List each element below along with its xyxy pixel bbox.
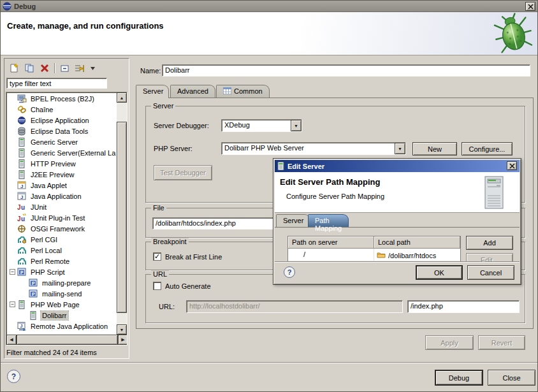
ok-button[interactable]: OK xyxy=(416,265,463,280)
debug-button[interactable]: Debug xyxy=(435,370,483,386)
dialog-tab-server[interactable]: Server xyxy=(276,214,310,227)
delete-configuration-button[interactable] xyxy=(39,62,50,74)
config-tree: BPEL Process (B2J)ChaîneEclipse Applicat… xyxy=(6,93,117,331)
chevron-down-icon[interactable]: ▼ xyxy=(291,120,302,131)
horizontal-scroll-thumb[interactable] xyxy=(17,335,118,345)
tab-advanced[interactable]: Advanced xyxy=(170,85,215,98)
tree-item-java-application[interactable]: JJava Application xyxy=(6,191,117,201)
tree-item-eclipse-data-tools[interactable]: Eclipse Data Tools xyxy=(6,126,117,136)
tree-item-eclipse-application[interactable]: Eclipse Application xyxy=(6,115,117,126)
php-server-select[interactable]: Dolibarr PHP Web Server ▼ xyxy=(221,142,406,155)
tree-item-remote-java-application[interactable]: JRemote Java Application xyxy=(6,321,117,331)
server-icon xyxy=(277,162,284,170)
edit-server-titlebar[interactable]: Edit Server xyxy=(275,160,520,172)
tree-vertical-scrollbar[interactable]: ▲ ▼ xyxy=(117,92,127,335)
scroll-right-icon[interactable]: ▶ xyxy=(118,335,127,345)
filter-input[interactable]: type filter text xyxy=(6,78,107,89)
vertical-scroll-thumb[interactable] xyxy=(117,122,127,313)
auto-generate-checkbox[interactable] xyxy=(153,282,161,290)
tree-item-label: HTTP Preview xyxy=(29,159,77,168)
tree-item-mailing-prepare[interactable]: Pmailing-prepare xyxy=(6,277,117,288)
tree-item-php-web-page[interactable]: −PHP Web Page xyxy=(6,299,117,310)
tree-item-osgi-framework[interactable]: OSGi Framework xyxy=(6,223,117,234)
tree-item-label: Java Application xyxy=(29,192,83,201)
break-first-line-checkbox[interactable] xyxy=(153,252,161,261)
svg-text:J: J xyxy=(20,323,23,328)
dialog-tab-path-mapping[interactable]: Path Mapping xyxy=(308,214,349,227)
svg-text:J: J xyxy=(20,194,23,200)
add-mapping-button[interactable]: Add xyxy=(466,236,513,250)
tree-item-label: Perl Remote xyxy=(29,257,71,266)
tree-item-junit-plugin-test[interactable]: JuJUnit Plug-in Test xyxy=(6,212,117,223)
tree-item-http-preview[interactable]: HTTP Preview xyxy=(6,158,117,169)
tree-item-generic-server[interactable]: Generic Server xyxy=(6,136,117,147)
applet-icon: J xyxy=(17,181,27,190)
mapping-row[interactable]: //dolibarr/htdocs xyxy=(288,249,460,261)
svg-text:P: P xyxy=(20,270,24,274)
configure-server-button[interactable]: Configure... xyxy=(462,142,513,156)
tree-item-junit[interactable]: JuJUnit xyxy=(6,201,117,212)
tree-item-chaine[interactable]: Chaîne xyxy=(6,104,117,115)
tree-item-dolibarr[interactable]: Dolibarr xyxy=(6,310,117,321)
collapse-all-button[interactable] xyxy=(59,62,70,74)
tab-common[interactable]: Common xyxy=(216,85,270,98)
svg-text:J: J xyxy=(17,215,21,222)
new-server-button[interactable]: New xyxy=(412,142,457,156)
tree-item-j2ee-preview[interactable]: J2EE Preview xyxy=(6,169,117,180)
new-configuration-button[interactable] xyxy=(8,62,20,74)
tab-server[interactable]: Server xyxy=(136,85,169,98)
window-titlebar[interactable]: Debug xyxy=(1,1,537,12)
tree-spacer xyxy=(9,214,17,222)
toolbar-menu-chevron-icon[interactable] xyxy=(89,62,96,74)
table-icon xyxy=(223,87,231,98)
cancel-button[interactable]: Cancel xyxy=(467,265,514,280)
name-input[interactable]: Dolibarr xyxy=(162,64,530,76)
tree-item-perl-cgi[interactable]: Perl CGI xyxy=(6,234,117,245)
auto-generate-label: Auto Generate xyxy=(165,282,211,290)
chevron-down-icon[interactable]: ▼ xyxy=(395,143,405,154)
tree-item-perl-local[interactable]: Perl Local xyxy=(6,245,117,256)
tree-item-mailing-send[interactable]: Pmailing-send xyxy=(6,288,117,299)
tree-item-label: Perl CGI xyxy=(29,235,59,244)
help-button[interactable]: ? xyxy=(7,370,20,383)
edit-server-close-button[interactable] xyxy=(507,161,517,170)
debug-bug-icon xyxy=(490,10,537,59)
column-local-path[interactable]: Local path xyxy=(374,236,460,249)
duplicate-configuration-button[interactable] xyxy=(24,62,35,74)
name-label: Name: xyxy=(140,67,161,75)
edit-server-dialog: Edit Server Edit Server Path Mapping Con… xyxy=(273,158,521,285)
svg-text:J: J xyxy=(20,184,23,189)
url-path-input[interactable]: /index.php xyxy=(407,300,520,313)
perl-icon xyxy=(17,246,27,255)
php-icon: P xyxy=(29,289,38,298)
expander-minus-icon[interactable]: − xyxy=(10,269,15,275)
tree-item-label: JUnit Plug-in Test xyxy=(29,214,86,222)
chain-icon xyxy=(17,105,27,114)
close-button[interactable]: Close xyxy=(488,370,535,386)
tree-item-php-script[interactable]: −PPHP Script xyxy=(6,266,117,277)
tree-item-label: Remote Java Application xyxy=(29,322,109,331)
tree-item-bpel-process[interactable]: BPEL Process (B2J) xyxy=(6,93,117,104)
mapping-table-body: //dolibarr/htdocs xyxy=(288,249,460,261)
tree-item-perl-remote[interactable]: Perl Remote xyxy=(6,256,117,266)
tree-spacer xyxy=(9,117,17,124)
column-path-on-server[interactable]: Path on server xyxy=(288,236,374,249)
scroll-left-icon[interactable]: ◀ xyxy=(6,335,17,345)
tree-item-generic-server-external[interactable]: Generic Server(External La xyxy=(6,147,117,158)
edit-server-footer: ? OK Cancel xyxy=(275,261,520,283)
revert-button[interactable]: Revert xyxy=(478,335,525,350)
tree-item-label: Eclipse Data Tools xyxy=(29,127,89,136)
edit-server-title: Edit Server xyxy=(287,163,324,170)
test-debugger-button[interactable]: Test Debugger xyxy=(154,165,212,180)
tree-item-java-applet[interactable]: JJava Applet xyxy=(6,180,117,191)
apply-button[interactable]: Apply xyxy=(425,335,474,350)
scroll-down-icon[interactable]: ▼ xyxy=(117,324,127,335)
dialog-help-button[interactable]: ? xyxy=(284,266,295,278)
server-debugger-select[interactable]: XDebug ▼ xyxy=(221,119,302,132)
expander-minus-icon[interactable]: − xyxy=(10,301,15,307)
filter-launch-configurations-button[interactable] xyxy=(74,62,85,74)
tree-horizontal-scrollbar[interactable]: ◀ ▶ xyxy=(6,335,127,345)
php-icon: P xyxy=(29,279,38,287)
mapping-local-path: /dolibarr/htdocs xyxy=(374,249,460,261)
scroll-up-icon[interactable]: ▲ xyxy=(117,92,127,103)
